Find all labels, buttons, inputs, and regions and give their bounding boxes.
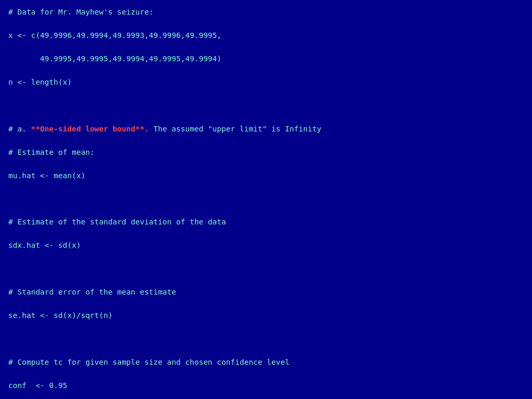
line-1: # Data for Mr. Mayhew's seizure: — [8, 6, 524, 18]
blank-1 — [8, 100, 524, 111]
line-6: # Estimate of mean: — [8, 147, 524, 158]
line-4: n <- length(x) — [8, 76, 524, 88]
line-10: # Standard error of the mean estimate — [8, 286, 524, 298]
line-13: conf <- 0.95 — [8, 380, 524, 391]
line-9: sdx.hat <- sd(x) — [8, 240, 524, 251]
code-block: # Data for Mr. Mayhew's seizure: x <- c(… — [8, 6, 524, 399]
blank-3 — [8, 263, 524, 274]
code-container: # Data for Mr. Mayhew's seizure: x <- c(… — [0, 0, 532, 399]
line-11: se.hat <- sd(x)/sqrt(n) — [8, 310, 524, 321]
blank-2 — [8, 193, 524, 205]
line-2: x <- c(49.9996,49.9994,49.9993,49.9996,4… — [8, 30, 524, 41]
line-8: # Estimate of the standard deviation of … — [8, 216, 524, 228]
line-7: mu.hat <- mean(x) — [8, 170, 524, 181]
line-12: # Compute tc for given sample size and c… — [8, 356, 524, 368]
line-3: 49.9995,49.9995,49.9994,49.9995,49.9994) — [8, 53, 524, 64]
line-5: # a. **One-sided lower bound**. The assu… — [8, 123, 524, 135]
blank-4 — [8, 333, 524, 344]
